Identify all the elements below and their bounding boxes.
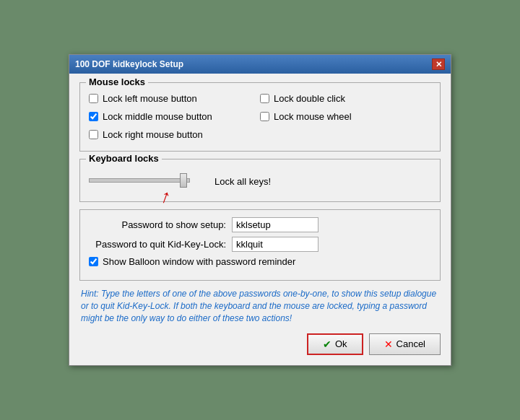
password-section: Password to show setup: Password to quit…: [79, 209, 441, 281]
title-bar: 100 DOF kidkeylock Setup ✕: [69, 55, 451, 74]
cancel-icon: ✕: [384, 338, 393, 350]
lock-left-checkbox[interactable]: [89, 94, 98, 103]
mouse-locks-group: Mouse locks Lock left mouse button Lock …: [79, 82, 441, 152]
lock-middle-label: Lock middle mouse button: [103, 111, 212, 122]
keyboard-slider-container: ↑: [89, 171, 190, 191]
lock-right-row: Lock right mouse button: [89, 129, 260, 140]
lock-double-row: Lock double click: [260, 93, 431, 104]
close-button[interactable]: ✕: [432, 58, 445, 70]
lock-middle-checkbox[interactable]: [89, 112, 98, 121]
lock-middle-row: Lock middle mouse button: [89, 111, 260, 122]
main-window: 100 DOF kidkeylock Setup ✕ Mouse locks L…: [69, 54, 451, 365]
arrow-indicator: ↑: [157, 185, 174, 209]
hint-text: Hint: Type the letters of one of the abo…: [79, 288, 441, 324]
ok-label: Ok: [335, 338, 347, 349]
lock-wheel-row: Lock mouse wheel: [260, 111, 431, 122]
cancel-label: Cancel: [396, 338, 425, 349]
lock-wheel-checkbox[interactable]: [260, 112, 269, 121]
keyboard-locks-inner: ↑ Lock all keys!: [89, 165, 431, 191]
balloon-row: Show Balloon window with password remind…: [89, 256, 431, 267]
keyboard-locks-title: Keyboard locks: [86, 153, 162, 164]
lock-all-label: Lock all keys!: [214, 176, 271, 187]
quit-row: Password to quit Kid-Key-Lock:: [89, 237, 431, 252]
ok-icon: ✔: [323, 338, 332, 350]
balloon-label: Show Balloon window with password remind…: [103, 256, 295, 267]
keyboard-locks-group: Keyboard locks ↑ Lock all keys!: [79, 159, 441, 202]
button-row: ✔ Ok ✕ Cancel: [79, 333, 441, 355]
balloon-checkbox[interactable]: [89, 257, 98, 266]
mouse-locks-title: Mouse locks: [86, 76, 148, 87]
window-title: 100 DOF kidkeylock Setup: [75, 59, 183, 69]
slider-track: [89, 178, 190, 183]
ok-button[interactable]: ✔ Ok: [307, 333, 363, 355]
lock-right-label: Lock right mouse button: [103, 129, 203, 140]
window-body: Mouse locks Lock left mouse button Lock …: [69, 74, 451, 364]
lock-double-checkbox[interactable]: [260, 94, 269, 103]
lock-double-label: Lock double click: [274, 93, 345, 104]
show-setup-label: Password to show setup:: [89, 219, 226, 230]
lock-left-label: Lock left mouse button: [103, 93, 197, 104]
lock-right-checkbox[interactable]: [89, 130, 98, 139]
show-setup-input[interactable]: [232, 217, 318, 232]
lock-left-row: Lock left mouse button: [89, 93, 260, 104]
lock-wheel-label: Lock mouse wheel: [274, 111, 352, 122]
cancel-button[interactable]: ✕ Cancel: [369, 333, 441, 355]
quit-input[interactable]: [232, 237, 318, 252]
quit-label: Password to quit Kid-Key-Lock:: [89, 239, 226, 250]
slider-thumb[interactable]: [180, 173, 187, 188]
show-setup-row: Password to show setup:: [89, 217, 431, 232]
